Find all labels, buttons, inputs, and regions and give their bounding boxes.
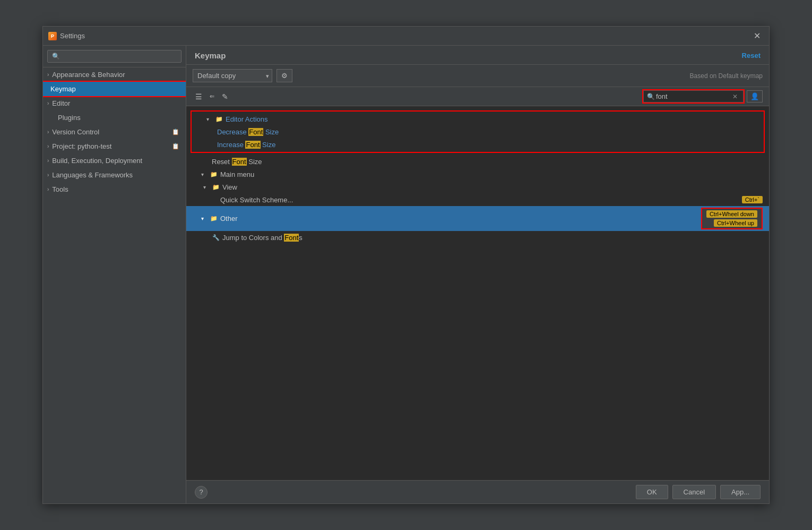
- sidebar-item-build[interactable]: › Build, Execution, Deployment: [43, 153, 186, 168]
- tree-area: ▾ 📁 Editor Actions Decrease Font Size In: [186, 106, 769, 480]
- sidebar-search-area: [43, 46, 186, 67]
- tree-row-other[interactable]: ▾ 📁 Other Ctrl+Wheel down Ctrl+Wheel up: [186, 206, 769, 231]
- search-box-right: 🔍 ✕ 👤: [642, 89, 763, 104]
- collapse-arrow-icon: ▾: [201, 216, 208, 221]
- tree-item-label: Increase Font Size: [217, 141, 275, 149]
- cancel-button[interactable]: Cancel: [672, 485, 716, 499]
- main-title: Keymap: [195, 51, 226, 60]
- sidebar-item-label: Project: python-test: [52, 142, 111, 150]
- sidebar-item-keymap[interactable]: Keymap: [43, 82, 186, 96]
- collapse-all-button[interactable]: ⇐: [207, 91, 217, 101]
- tree-item-label: Other: [220, 215, 238, 223]
- sidebar-item-languages[interactable]: › Languages & Frameworks: [43, 168, 186, 182]
- search-clear-button[interactable]: ✕: [730, 93, 740, 100]
- keymap-select-wrapper: Default copy: [193, 69, 272, 82]
- sidebar-item-label: Appearance & Behavior: [52, 71, 125, 79]
- keymap-based-on: Based on Default keymap: [690, 72, 763, 80]
- sidebar-item-label: Build, Execution, Deployment: [52, 157, 142, 165]
- bottom-bar: ? OK Cancel App...: [186, 480, 769, 503]
- collapse-arrow-icon: ▾: [206, 116, 213, 122]
- sidebar-item-appearance[interactable]: › Appearance & Behavior: [43, 67, 186, 82]
- sidebar: › Appearance & Behavior Keymap › Editor …: [43, 46, 186, 503]
- arrow-icon: ›: [47, 72, 49, 78]
- wrench-icon: 🔧: [212, 233, 220, 242]
- close-button[interactable]: ✕: [750, 30, 764, 42]
- sidebar-item-label: Editor: [52, 99, 70, 107]
- tree-row-main-menu[interactable]: ▾ 📁 Main menu: [186, 168, 769, 181]
- expand-all-button[interactable]: ☰: [193, 91, 205, 102]
- search-input[interactable]: [656, 92, 730, 100]
- tree-item-label: Quick Switch Scheme...: [220, 196, 293, 204]
- folder-icon: 📁: [210, 215, 218, 223]
- sidebar-item-tools[interactable]: › Tools: [43, 182, 186, 196]
- arrow-icon: ›: [47, 100, 49, 106]
- collapse-arrow-icon: ▾: [201, 172, 208, 177]
- tree-item-label: Jump to Colors and Fonts: [222, 234, 303, 242]
- editor-actions-group-highlight: ▾ 📁 Editor Actions Decrease Font Size In: [191, 110, 765, 153]
- shortcut-box: Ctrl+Wheel down Ctrl+Wheel up: [701, 208, 763, 229]
- tree-row-jump-to-colors[interactable]: 🔧 Jump to Colors and Fonts: [186, 231, 769, 244]
- shortcut-ctrl-wheel-down: Ctrl+Wheel down: [706, 210, 757, 218]
- tree-toolbar: ☰ ⇐ ✎ 🔍 ✕ 👤: [186, 87, 769, 106]
- title-bar: P Settings ✕: [43, 27, 769, 46]
- tree-row-reset-font-size[interactable]: Reset Font Size: [186, 155, 769, 168]
- search-inner: 🔍 ✕: [643, 90, 744, 102]
- folder-icon: 📁: [210, 170, 218, 178]
- sidebar-item-label: Version Control: [52, 128, 99, 136]
- tree-item-label: Main menu: [220, 170, 254, 178]
- sidebar-item-label: Tools: [52, 185, 68, 193]
- tree-item-label: Decrease Font Size: [217, 128, 279, 136]
- shortcut-ctrl-wheel-up: Ctrl+Wheel up: [714, 219, 757, 227]
- help-button[interactable]: ?: [195, 486, 208, 499]
- edit-shortcut-button[interactable]: ✎: [219, 91, 231, 102]
- shortcut-tag: Ctrl+`: [742, 196, 763, 203]
- tree-item-label: View: [222, 183, 237, 191]
- sidebar-item-version-control[interactable]: › Version Control 📋: [43, 125, 186, 139]
- collapse-arrow-icon: ▾: [203, 184, 210, 190]
- reset-button[interactable]: Reset: [742, 52, 761, 59]
- keymap-dropdown[interactable]: Default copy: [193, 69, 272, 82]
- sidebar-item-plugins[interactable]: Plugins: [43, 110, 186, 125]
- tree-row-decrease-font-size[interactable]: Decrease Font Size: [192, 125, 764, 138]
- font-highlight: Font: [284, 234, 299, 242]
- arrow-icon: ›: [47, 143, 49, 149]
- apply-button[interactable]: App...: [720, 485, 761, 499]
- folder-icon: 📁: [212, 183, 220, 191]
- dialog-title: Settings: [60, 32, 85, 40]
- settings-dialog: P Settings ✕ › Appearance & Behavior Key…: [42, 26, 770, 504]
- folder-icon: 📁: [215, 115, 223, 123]
- sidebar-item-project[interactable]: › Project: python-test 📋: [43, 139, 186, 153]
- title-bar-left: P Settings: [48, 32, 85, 40]
- app-icon: P: [48, 32, 57, 40]
- find-shortcuts-button[interactable]: 👤: [747, 90, 763, 102]
- sidebar-item-editor[interactable]: › Editor: [43, 96, 186, 110]
- ok-button[interactable]: OK: [636, 485, 668, 499]
- font-highlight: Font: [248, 128, 263, 136]
- font-highlight: Font: [245, 141, 260, 149]
- arrow-icon: ›: [47, 129, 49, 135]
- tree-item-label: Reset Font Size: [212, 158, 262, 166]
- main-content: Keymap Reset Default copy ⚙ Based on Def…: [186, 46, 769, 503]
- sidebar-item-label: Keymap: [50, 85, 76, 93]
- sidebar-item-label: Plugins: [58, 114, 81, 122]
- tree-row-editor-actions[interactable]: ▾ 📁 Editor Actions: [192, 113, 764, 125]
- tree-row-quick-switch[interactable]: Quick Switch Scheme... Ctrl+`: [186, 193, 769, 206]
- arrow-icon: ›: [47, 158, 49, 164]
- search-input-container: 🔍 ✕: [642, 89, 745, 104]
- sidebar-search-input[interactable]: [47, 50, 182, 63]
- sidebar-item-label: Languages & Frameworks: [52, 171, 133, 179]
- font-highlight: Font: [232, 158, 247, 166]
- gear-button[interactable]: ⚙: [277, 69, 292, 82]
- arrow-icon: ›: [47, 172, 49, 178]
- tree-item-label: Editor Actions: [226, 115, 268, 123]
- main-header: Keymap Reset: [186, 46, 769, 65]
- arrow-icon: ›: [47, 186, 49, 192]
- tree-row-view[interactable]: ▾ 📁 View: [186, 181, 769, 193]
- search-icon: 🔍: [647, 93, 655, 100]
- keymap-controls: Default copy ⚙ Based on Default keymap: [186, 65, 769, 87]
- dialog-body: › Appearance & Behavior Keymap › Editor …: [43, 46, 769, 503]
- tree-row-increase-font-size[interactable]: Increase Font Size: [192, 138, 764, 151]
